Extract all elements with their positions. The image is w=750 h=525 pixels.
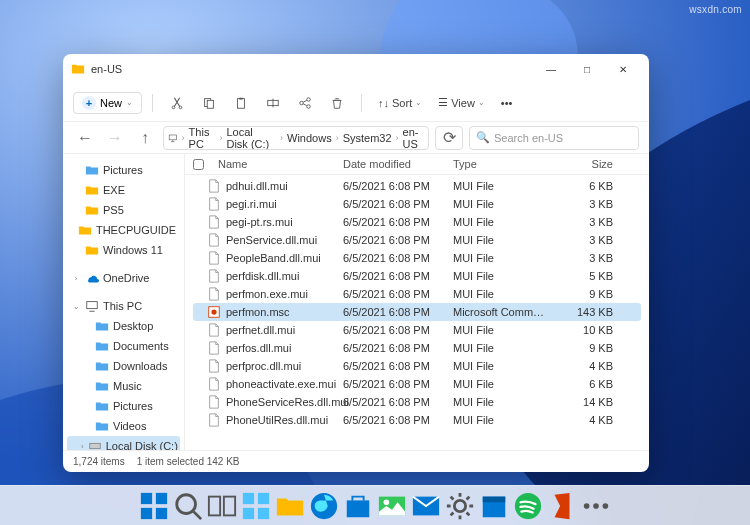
sidebar-item-onedrive[interactable]: ›OneDrive <box>67 268 180 288</box>
file-type: MUI File <box>453 180 553 192</box>
taskbar-calendar-icon[interactable] <box>479 491 509 521</box>
breadcrumb-item[interactable]: System32 <box>343 132 392 144</box>
maximize-button[interactable]: □ <box>569 54 605 84</box>
breadcrumb-item[interactable]: en-US <box>403 126 424 150</box>
up-button[interactable]: ↑ <box>133 126 157 150</box>
file-row[interactable]: PhoneServiceRes.dll.mui6/5/2021 6:08 PMM… <box>193 393 641 411</box>
taskbar-search-icon[interactable] <box>173 491 203 521</box>
taskbar-spotify-icon[interactable] <box>513 491 543 521</box>
sidebar-item-downloads[interactable]: Downloads <box>67 356 180 376</box>
taskbar-photos-icon[interactable] <box>377 491 407 521</box>
rename-button[interactable] <box>259 89 287 117</box>
new-label: New <box>100 97 122 109</box>
sidebar-item-thispc[interactable]: ⌄This PC <box>67 296 180 316</box>
file-type: Microsoft Comm… <box>453 306 553 318</box>
file-type: MUI File <box>453 414 553 426</box>
file-row[interactable]: phoneactivate.exe.mui6/5/2021 6:08 PMMUI… <box>193 375 641 393</box>
file-size: 3 KB <box>553 252 613 264</box>
svg-rect-6 <box>239 97 243 99</box>
taskbar-explorer-icon[interactable] <box>275 491 305 521</box>
sidebar-item-pictures[interactable]: Pictures <box>67 396 180 416</box>
minimize-button[interactable]: — <box>533 54 569 84</box>
taskbar-mail-icon[interactable] <box>411 491 441 521</box>
breadcrumb-item[interactable]: Windows <box>287 132 332 144</box>
svg-rect-5 <box>238 98 245 108</box>
chevron-down-icon: ⌄ <box>415 98 422 107</box>
refresh-button[interactable]: ⟳ <box>435 126 463 150</box>
file-row[interactable]: pegi-pt.rs.mui6/5/2021 6:08 PMMUI File3 … <box>193 213 641 231</box>
more-button[interactable]: ••• <box>495 97 519 109</box>
sidebar-item-music[interactable]: Music <box>67 376 180 396</box>
svg-point-31 <box>454 500 465 511</box>
breadcrumb-item[interactable]: This PC <box>189 126 216 150</box>
cut-button[interactable] <box>163 89 191 117</box>
svg-rect-33 <box>483 496 506 502</box>
file-row[interactable]: perfproc.dll.mui6/5/2021 6:08 PMMUI File… <box>193 357 641 375</box>
taskbar-taskview-icon[interactable] <box>207 491 237 521</box>
svg-point-20 <box>177 494 196 513</box>
file-date: 6/5/2021 6:08 PM <box>343 270 453 282</box>
taskbar-more-icon[interactable] <box>581 491 611 521</box>
sidebar-item-windows-11[interactable]: Windows 11 <box>67 240 180 260</box>
file-date: 6/5/2021 6:08 PM <box>343 342 453 354</box>
sidebar-item-exe[interactable]: EXE <box>67 180 180 200</box>
taskbar-widgets-icon[interactable] <box>241 491 271 521</box>
sidebar-item-ps5[interactable]: PS5 <box>67 200 180 220</box>
select-all-checkbox[interactable] <box>193 159 204 170</box>
svg-rect-13 <box>89 443 100 448</box>
file-row[interactable]: perfmon.msc6/5/2021 6:08 PMMicrosoft Com… <box>193 303 641 321</box>
titlebar[interactable]: en-US — □ ✕ <box>63 54 649 84</box>
svg-point-37 <box>603 503 609 509</box>
breadcrumb-item[interactable]: Local Disk (C:) <box>226 126 276 150</box>
file-row[interactable]: PenService.dll.mui6/5/2021 6:08 PMMUI Fi… <box>193 231 641 249</box>
file-row[interactable]: perfmon.exe.mui6/5/2021 6:08 PMMUI File9… <box>193 285 641 303</box>
sidebar-item-thecpuguide[interactable]: THECPUGUIDE <box>67 220 180 240</box>
view-icon: ☰ <box>438 96 448 109</box>
plus-icon: + <box>82 96 96 110</box>
search-input[interactable]: 🔍 Search en-US <box>469 126 639 150</box>
file-row[interactable]: perfdisk.dll.mui6/5/2021 6:08 PMMUI File… <box>193 267 641 285</box>
delete-button[interactable] <box>323 89 351 117</box>
file-size: 3 KB <box>553 198 613 210</box>
file-row[interactable]: pdhui.dll.mui6/5/2021 6:08 PMMUI File6 K… <box>193 177 641 195</box>
taskbar[interactable] <box>0 485 750 525</box>
close-button[interactable]: ✕ <box>605 54 641 84</box>
svg-rect-12 <box>87 302 98 309</box>
sidebar-item-videos[interactable]: Videos <box>67 416 180 436</box>
file-type: MUI File <box>453 396 553 408</box>
pc-icon <box>168 131 178 145</box>
forward-button[interactable]: → <box>103 126 127 150</box>
sidebar-item-documents[interactable]: Documents <box>67 336 180 356</box>
paste-button[interactable] <box>227 89 255 117</box>
sidebar: PicturesEXEPS5THECPUGUIDEWindows 11›OneD… <box>63 154 185 450</box>
file-size: 3 KB <box>553 216 613 228</box>
new-button[interactable]: + New ⌄ <box>73 92 142 114</box>
file-date: 6/5/2021 6:08 PM <box>343 216 453 228</box>
sidebar-item-local-disk-c-[interactable]: ›Local Disk (C:) <box>67 436 180 450</box>
breadcrumb[interactable]: › This PC›Local Disk (C:)›Windows›System… <box>163 126 429 150</box>
file-name: pegi.ri.mui <box>226 198 277 210</box>
sidebar-item-desktop[interactable]: Desktop <box>67 316 180 336</box>
file-date: 6/5/2021 6:08 PM <box>343 414 453 426</box>
view-button[interactable]: ☰ View ⌄ <box>432 96 491 109</box>
file-date: 6/5/2021 6:08 PM <box>343 288 453 300</box>
column-headers[interactable]: Name Date modified Type Size <box>185 154 649 175</box>
file-name: PenService.dll.mui <box>226 234 317 246</box>
file-row[interactable]: PhoneUtilRes.dll.mui6/5/2021 6:08 PMMUI … <box>193 411 641 429</box>
back-button[interactable]: ← <box>73 126 97 150</box>
taskbar-office-icon[interactable] <box>547 491 577 521</box>
file-list[interactable]: pdhui.dll.mui6/5/2021 6:08 PMMUI File6 K… <box>185 175 649 450</box>
file-row[interactable]: PeopleBand.dll.mui6/5/2021 6:08 PMMUI Fi… <box>193 249 641 267</box>
taskbar-settings-icon[interactable] <box>445 491 475 521</box>
taskbar-store-icon[interactable] <box>343 491 373 521</box>
sort-button[interactable]: ↑↓ Sort ⌄ <box>372 97 428 109</box>
sidebar-item-pictures[interactable]: Pictures <box>67 160 180 180</box>
taskbar-start-icon[interactable] <box>139 491 169 521</box>
file-row[interactable]: perfnet.dll.mui6/5/2021 6:08 PMMUI File1… <box>193 321 641 339</box>
share-button[interactable] <box>291 89 319 117</box>
taskbar-edge-icon[interactable] <box>309 491 339 521</box>
copy-button[interactable] <box>195 89 223 117</box>
file-row[interactable]: perfos.dll.mui6/5/2021 6:08 PMMUI File9 … <box>193 339 641 357</box>
file-row[interactable]: pegi.ri.mui6/5/2021 6:08 PMMUI File3 KB <box>193 195 641 213</box>
file-type: MUI File <box>453 324 553 336</box>
